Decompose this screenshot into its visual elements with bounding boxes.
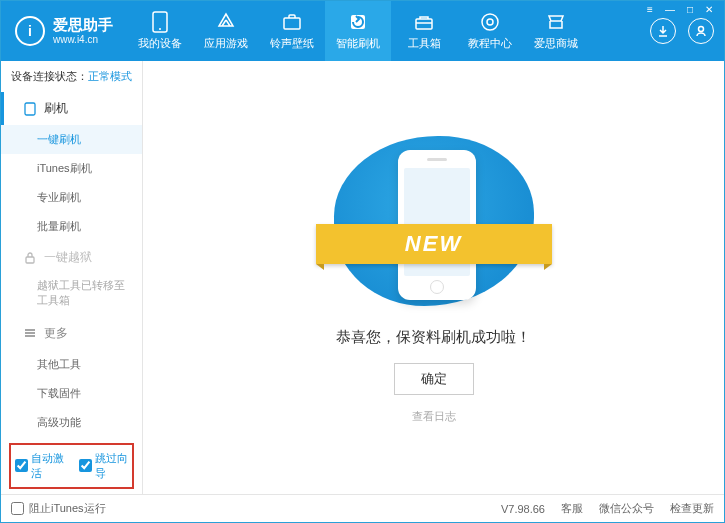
maximize-icon[interactable]: □ [682, 4, 698, 15]
success-message: 恭喜您，保资料刷机成功啦！ [336, 328, 531, 347]
briefcase-icon [282, 12, 302, 32]
sidebar-section-jailbreak: 一键越狱 [1, 241, 142, 274]
main-content: NEW 恭喜您，保资料刷机成功啦！ 确定 查看日志 [143, 61, 724, 494]
phone-icon [24, 102, 36, 116]
support-link[interactable]: 客服 [561, 501, 583, 516]
sidebar-section-flash[interactable]: 刷机 [1, 92, 142, 125]
header: i 爱思助手 www.i4.cn 我的设备 应用游戏 铃声壁纸 智能刷机 [1, 1, 724, 61]
version-label: V7.98.66 [501, 503, 545, 515]
close-icon[interactable]: ✕ [700, 4, 718, 15]
sidebar-item-itunes-flash[interactable]: iTunes刷机 [1, 154, 142, 183]
sidebar-item-advanced[interactable]: 高级功能 [1, 408, 142, 437]
logo-icon: i [15, 16, 45, 46]
app-url: www.i4.cn [53, 34, 113, 46]
tab-label: 铃声壁纸 [270, 36, 314, 51]
sidebar-item-download-firmware[interactable]: 下载固件 [1, 379, 142, 408]
tab-label: 工具箱 [408, 36, 441, 51]
wechat-link[interactable]: 微信公众号 [599, 501, 654, 516]
device-icon [150, 12, 170, 32]
connection-status: 设备连接状态：正常模式 [1, 61, 142, 92]
app-title: 爱思助手 [53, 16, 113, 34]
tab-shop[interactable]: 爱思商城 [523, 1, 589, 61]
flash-icon [348, 12, 368, 32]
tab-label: 应用游戏 [204, 36, 248, 51]
tab-tutorials[interactable]: 教程中心 [457, 1, 523, 61]
auto-activate-checkbox[interactable]: 自动激活 [15, 451, 65, 481]
tab-toolbox[interactable]: 工具箱 [391, 1, 457, 61]
logo: i 爱思助手 www.i4.cn [1, 1, 127, 61]
tab-label: 爱思商城 [534, 36, 578, 51]
svg-point-1 [159, 28, 161, 30]
block-itunes-checkbox[interactable]: 阻止iTunes运行 [11, 501, 106, 516]
tab-label: 智能刷机 [336, 36, 380, 51]
top-tabs: 我的设备 应用游戏 铃声壁纸 智能刷机 工具箱 教程中心 [127, 1, 650, 61]
sidebar-section-more[interactable]: 更多 [1, 317, 142, 350]
minimize-icon[interactable]: — [660, 4, 680, 15]
confirm-button[interactable]: 确定 [394, 363, 474, 395]
apps-icon [216, 12, 236, 32]
sidebar-item-other-tools[interactable]: 其他工具 [1, 350, 142, 379]
success-illustration: NEW [324, 132, 544, 312]
svg-point-6 [487, 19, 493, 25]
sidebar: 设备连接状态：正常模式 刷机 一键刷机 iTunes刷机 专业刷机 批量刷机 一… [1, 61, 143, 494]
tab-apps[interactable]: 应用游戏 [193, 1, 259, 61]
svg-rect-9 [26, 257, 34, 263]
sidebar-item-batch-flash[interactable]: 批量刷机 [1, 212, 142, 241]
download-button[interactable] [650, 18, 676, 44]
lock-icon [24, 251, 36, 264]
help-icon [480, 12, 500, 32]
svg-rect-2 [284, 18, 300, 29]
jailbreak-note: 越狱工具已转移至工具箱 [1, 274, 142, 317]
view-log-link[interactable]: 查看日志 [412, 409, 456, 424]
window-controls: ≡ — □ ✕ [642, 1, 718, 17]
svg-point-5 [482, 14, 498, 30]
tab-label: 教程中心 [468, 36, 512, 51]
sidebar-item-pro-flash[interactable]: 专业刷机 [1, 183, 142, 212]
tab-my-device[interactable]: 我的设备 [127, 1, 193, 61]
svg-rect-4 [416, 19, 432, 29]
sidebar-item-oneclick-flash[interactable]: 一键刷机 [1, 125, 142, 154]
tab-label: 我的设备 [138, 36, 182, 51]
tab-smart-flash[interactable]: 智能刷机 [325, 1, 391, 61]
new-banner: NEW [316, 224, 552, 264]
options-highlight-box: 自动激活 跳过向导 [9, 443, 134, 489]
list-icon [24, 328, 36, 338]
footer: 阻止iTunes运行 V7.98.66 客服 微信公众号 检查更新 [1, 494, 724, 522]
user-button[interactable] [688, 18, 714, 44]
check-update-link[interactable]: 检查更新 [670, 501, 714, 516]
svg-point-7 [699, 27, 704, 32]
svg-rect-8 [25, 103, 35, 115]
tab-ringtones[interactable]: 铃声壁纸 [259, 1, 325, 61]
shop-icon [546, 12, 566, 32]
menu-icon[interactable]: ≡ [642, 4, 658, 15]
skip-setup-checkbox[interactable]: 跳过向导 [79, 451, 129, 481]
toolbox-icon [414, 12, 434, 32]
